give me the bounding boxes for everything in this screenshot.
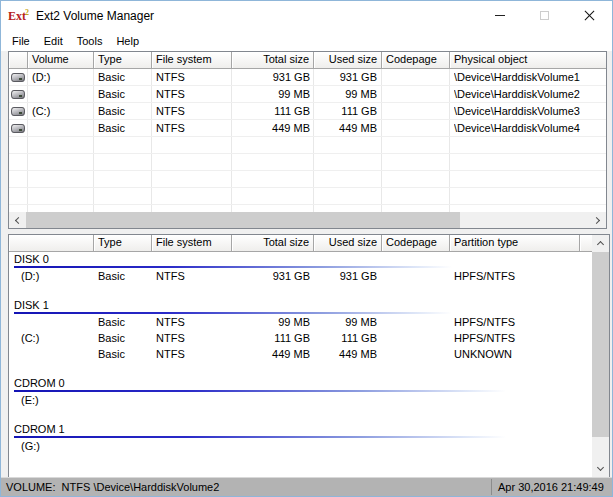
disk-drive-icon	[11, 73, 25, 82]
disk-tree-body: DISK 0(D:)BasicNTFS931 GB931 GBHPFS/NTFS…	[9, 252, 592, 477]
partition-row[interactable]: BasicNTFS99 MB99 MBHPFS/NTFS	[9, 314, 592, 330]
column-header-volume[interactable]: Volume	[28, 52, 94, 69]
disk-tree-header: TypeFile systemTotal sizeUsed sizeCodepa…	[9, 235, 592, 252]
cell-fs: NTFS	[156, 346, 230, 362]
menu-file[interactable]: File	[5, 33, 37, 49]
column-header-file-system[interactable]: File system	[152, 235, 232, 252]
cell-type: Basic	[98, 268, 150, 284]
cell-volume	[32, 86, 92, 103]
cell-total: 449 MB	[232, 346, 310, 362]
cell-used: 99 MB	[314, 86, 377, 103]
cell-codepage	[386, 392, 448, 408]
cell-partition: HPFS/NTFS	[454, 314, 578, 330]
column-header-codepage[interactable]: Codepage	[382, 235, 450, 252]
partition-row[interactable]: BasicNTFS449 MB449 MBUNKNOWN	[9, 346, 592, 362]
scroll-down-button[interactable]	[592, 460, 609, 477]
scroll-up-button[interactable]	[592, 235, 609, 252]
column-header-used-size[interactable]: Used size	[314, 235, 382, 252]
disk-drive-icon	[11, 90, 25, 99]
empty-row	[9, 188, 606, 205]
cell-codepage	[386, 330, 448, 346]
ext2-volume-manager-window: Ext2 Ext2 Volume Manager File Edit Tools…	[0, 0, 613, 497]
cell-type: Basic	[98, 69, 150, 86]
cell-fs	[156, 438, 230, 454]
column-header-blank[interactable]	[580, 235, 592, 252]
cell-partition	[454, 392, 578, 408]
cell-fs: NTFS	[156, 268, 230, 284]
column-header-blank[interactable]	[9, 52, 28, 69]
menu-tools[interactable]: Tools	[70, 33, 110, 49]
cell-used	[314, 438, 377, 454]
menu-edit[interactable]: Edit	[37, 33, 70, 49]
section-label-disk-1: DISK 1	[9, 298, 592, 312]
cell-fs: NTFS	[156, 120, 230, 137]
menu-help[interactable]: Help	[109, 33, 146, 49]
cell-total: 931 GB	[232, 268, 310, 284]
horizontal-scroll-thumb[interactable]	[26, 212, 460, 228]
cell-used: 449 MB	[314, 346, 377, 362]
partition-row[interactable]: (G:)	[9, 438, 592, 454]
horizontal-scrollbar[interactable]	[9, 212, 606, 228]
section-spacer	[9, 408, 592, 422]
close-button[interactable]	[567, 1, 612, 30]
cell-total: 111 GB	[232, 330, 310, 346]
window-title: Ext2 Volume Manager	[36, 9, 154, 23]
chevron-left-icon	[15, 216, 22, 223]
disk-tree-panel: TypeFile systemTotal sizeUsed sizeCodepa…	[8, 234, 610, 478]
menu-bar: File Edit Tools Help	[1, 30, 612, 51]
cell-type: Basic	[98, 330, 150, 346]
volume-row[interactable]: (D:)BasicNTFS931 GB931 GB\Device\Harddis…	[9, 69, 606, 86]
scroll-left-button[interactable]	[9, 212, 26, 228]
cell-physical: \Device\HarddiskVolume2	[454, 86, 604, 103]
column-header-type[interactable]: Type	[94, 235, 152, 252]
cell-partition	[454, 438, 578, 454]
cell-codepage	[386, 86, 448, 103]
volume-list-header: VolumeTypeFile systemTotal sizeUsed size…	[9, 52, 606, 69]
partition-row[interactable]: (D:)BasicNTFS931 GB931 GBHPFS/NTFS	[9, 268, 592, 284]
close-icon	[583, 9, 596, 22]
column-header-codepage[interactable]: Codepage	[382, 52, 450, 69]
empty-row	[9, 154, 606, 171]
cell-codepage	[386, 314, 448, 330]
partition-row[interactable]: (E:)	[9, 392, 592, 408]
minimize-button[interactable]	[477, 1, 522, 30]
column-header-partition-type[interactable]: Partition type	[450, 235, 580, 252]
cell-physical: \Device\HarddiskVolume1	[454, 69, 604, 86]
volume-row[interactable]: BasicNTFS99 MB99 MB\Device\HarddiskVolum…	[9, 86, 606, 103]
status-bar: VOLUME: NTFS \Device\HarddiskVolume2 Apr…	[1, 477, 612, 496]
partition-row[interactable]: (C:)BasicNTFS111 GB111 GBHPFS/NTFS	[9, 330, 592, 346]
cell-total: 449 MB	[232, 120, 310, 137]
cell-physical: \Device\HarddiskVolume3	[454, 103, 604, 120]
section-label-disk-0: DISK 0	[9, 252, 592, 266]
cell-volume: (C:)	[32, 103, 92, 120]
column-header-physical-object[interactable]: Physical object	[450, 52, 606, 69]
cell-physical: \Device\HarddiskVolume4	[454, 120, 604, 137]
column-header-file-system[interactable]: File system	[152, 52, 232, 69]
maximize-icon	[540, 11, 549, 20]
title-bar: Ext2 Ext2 Volume Manager	[1, 1, 612, 30]
maximize-button	[522, 1, 567, 30]
column-header-blank[interactable]	[9, 235, 94, 252]
column-header-used-size[interactable]: Used size	[314, 52, 382, 69]
column-header-total-size[interactable]: Total size	[232, 235, 314, 252]
vertical-scrollbar[interactable]	[592, 235, 609, 477]
status-bar-divider	[491, 479, 492, 495]
vertical-scroll-thumb[interactable]	[592, 252, 609, 437]
cell-codepage	[386, 120, 448, 137]
empty-row	[9, 205, 606, 212]
cell-volume: (D:)	[21, 268, 91, 284]
cell-volume: (E:)	[21, 392, 91, 408]
cell-codepage	[386, 69, 448, 86]
disk-drive-icon	[11, 107, 25, 116]
cell-volume: (C:)	[21, 330, 91, 346]
column-header-total-size[interactable]: Total size	[232, 52, 314, 69]
scroll-right-button[interactable]	[589, 212, 606, 228]
column-header-type[interactable]: Type	[94, 52, 152, 69]
cell-partition: HPFS/NTFS	[454, 330, 578, 346]
cell-used: 931 GB	[314, 69, 377, 86]
cell-total: 99 MB	[232, 314, 310, 330]
volume-row[interactable]: (C:)BasicNTFS111 GB111 GB\Device\Harddis…	[9, 103, 606, 120]
volume-row[interactable]: BasicNTFS449 MB449 MB\Device\HarddiskVol…	[9, 120, 606, 137]
app-icon: Ext2	[8, 9, 29, 22]
cell-codepage	[386, 103, 448, 120]
